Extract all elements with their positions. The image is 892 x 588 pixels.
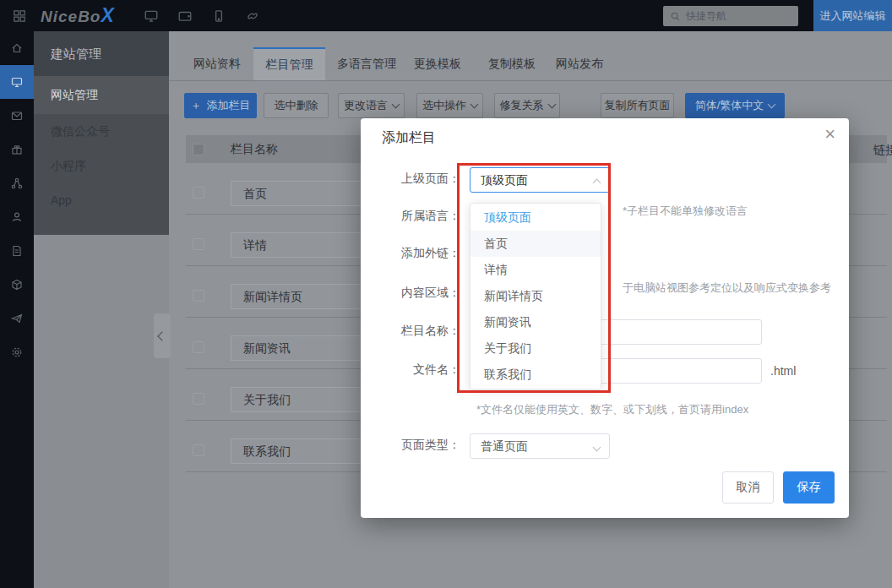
rail-item-users[interactable] xyxy=(0,200,34,234)
monitor-icon xyxy=(10,75,24,89)
row-checkbox[interactable] xyxy=(193,393,204,405)
page-type-label: 页面类型： xyxy=(361,438,460,453)
cancel-button[interactable]: 取消 xyxy=(722,471,774,504)
copy-all-pages-button[interactable]: 复制所有页面 xyxy=(601,93,674,118)
mail-icon xyxy=(10,109,24,122)
app-logo: NiceBoX xyxy=(41,4,115,27)
cube-icon xyxy=(10,278,24,291)
dropdown-option[interactable]: 新闻资讯 xyxy=(470,309,601,335)
row-checkbox[interactable] xyxy=(193,444,204,456)
topbar: NiceBoX 快捷导航 进入网站编辑 xyxy=(0,0,892,31)
home-icon xyxy=(10,41,24,55)
close-icon[interactable]: × xyxy=(824,125,835,144)
dropdown-option[interactable]: 顶级页面 xyxy=(470,204,601,231)
content-area-label: 内容区域： xyxy=(361,286,460,301)
enter-site-edit-button[interactable]: 进入网站编辑 xyxy=(813,0,892,31)
document-icon xyxy=(10,244,24,258)
chevron-down-icon xyxy=(470,101,479,109)
add-column-button[interactable]: ＋ 添加栏目 xyxy=(184,93,257,118)
tab-site-publish[interactable]: 网站发布 xyxy=(556,57,603,72)
rail-item-distribution[interactable] xyxy=(0,166,34,200)
rail-item-marketing[interactable] xyxy=(0,302,34,335)
file-suffix: .html xyxy=(770,364,796,378)
delete-selected-button[interactable]: 选中删除 xyxy=(264,93,329,118)
page-type-select[interactable]: 普通页面 xyxy=(470,433,610,459)
chevron-down-icon xyxy=(593,444,601,452)
grid-icon[interactable] xyxy=(12,8,27,24)
selected-actions-button[interactable]: 选中操作 xyxy=(416,93,483,118)
tab-change-template[interactable]: 更换模板 xyxy=(414,57,461,72)
language-switch-button[interactable]: 简体/繁体中文 xyxy=(685,93,785,118)
tab-copy-template[interactable]: 复制模板 xyxy=(488,57,536,72)
parent-page-dropdown: 顶级页面 首页 详情 新闻详情页 新闻资讯 关于我们 联系我们 xyxy=(470,203,601,389)
phone-icon[interactable] xyxy=(211,8,226,24)
file-name-note: *文件名仅能使用英文、数字、或下划线，首页请用index xyxy=(476,402,748,417)
rail-item-home[interactable] xyxy=(0,31,34,65)
language-label: 所属语言： xyxy=(361,209,460,224)
add-column-dialog: 添加栏目 × 上级页面： 所属语言： 添加外链： 内容区域： 栏目名称： 文件名… xyxy=(361,118,849,518)
change-language-button[interactable]: 更改语言 xyxy=(338,93,405,118)
sidebar: 建站管理 网站管理 微信公众号 小程序 App xyxy=(34,31,169,588)
row-checkbox[interactable] xyxy=(193,238,204,250)
search-input[interactable]: 快捷导航 xyxy=(663,6,798,26)
sidebar-collapse-button[interactable] xyxy=(154,313,171,358)
plane-icon xyxy=(10,312,24,325)
chevron-down-icon xyxy=(547,101,556,109)
file-name-label: 文件名： xyxy=(361,362,460,378)
share-icon xyxy=(10,177,24,190)
parent-page-select[interactable]: 顶级页面 xyxy=(470,167,610,193)
user-icon xyxy=(10,210,24,224)
save-button[interactable]: 保存 xyxy=(783,471,835,504)
dropdown-option[interactable]: 新闻详情页 xyxy=(470,283,601,309)
tab-column-manage[interactable]: 栏目管理 xyxy=(253,47,325,80)
dropdown-option[interactable]: 首页 xyxy=(470,231,601,257)
search-icon xyxy=(670,11,681,22)
chevron-down-icon xyxy=(392,101,400,109)
chevron-left-icon xyxy=(157,331,166,340)
external-link-label: 添加外链： xyxy=(361,246,460,261)
link-icon[interactable] xyxy=(245,8,260,24)
icon-rail xyxy=(0,31,34,588)
rail-item-documents[interactable] xyxy=(0,234,34,268)
rail-item-wechat[interactable] xyxy=(0,99,34,133)
fix-relations-button[interactable]: 修复关系 xyxy=(494,93,560,118)
sidebar-item-app[interactable]: App xyxy=(34,183,169,218)
dropdown-option[interactable]: 详情 xyxy=(470,257,601,283)
chevron-up-icon xyxy=(593,179,601,188)
gift-icon xyxy=(10,143,24,156)
sidebar-item-miniprogram[interactable]: 小程序 xyxy=(34,149,169,183)
chevron-down-icon xyxy=(768,101,776,109)
gear-icon xyxy=(10,346,24,359)
row-checkbox[interactable] xyxy=(193,187,204,199)
tab-site-info[interactable]: 网站资料 xyxy=(193,57,241,72)
link-column-header: 链接 xyxy=(873,143,892,158)
content-area-note: 于电脑站视图参考定位以及响应式变换参考 xyxy=(623,280,831,296)
monitor-icon[interactable] xyxy=(144,8,159,24)
row-checkbox[interactable] xyxy=(193,290,204,302)
rail-item-miniprogram[interactable] xyxy=(0,133,34,166)
select-all-checkbox[interactable] xyxy=(193,144,204,155)
language-note: *子栏目不能单独修改语言 xyxy=(623,204,748,219)
search-placeholder: 快捷导航 xyxy=(686,9,726,24)
tab-strip: 网站资料 栏目管理 多语言管理 更换模板 复制模板 网站发布 xyxy=(169,47,892,81)
rail-item-website[interactable] xyxy=(0,65,34,99)
parent-page-label: 上级页面： xyxy=(361,172,460,187)
sidebar-item-wechat-official[interactable]: 微信公众号 xyxy=(34,114,169,149)
row-checkbox[interactable] xyxy=(193,341,204,353)
rail-item-products[interactable] xyxy=(0,268,34,302)
tab-multilanguage[interactable]: 多语言管理 xyxy=(337,57,396,72)
rail-item-settings[interactable] xyxy=(0,335,34,369)
sidebar-header: 建站管理 xyxy=(34,31,169,76)
column-name-header: 栏目名称 xyxy=(231,142,278,157)
dropdown-option[interactable]: 联系我们 xyxy=(470,362,601,388)
sidebar-item-website-manage[interactable]: 网站管理 xyxy=(34,76,169,114)
dialog-title: 添加栏目 xyxy=(382,129,436,147)
dropdown-option[interactable]: 关于我们 xyxy=(470,335,601,362)
tablet-icon[interactable] xyxy=(177,8,193,24)
plus-icon: ＋ xyxy=(191,98,202,113)
column-name-label: 栏目名称： xyxy=(361,324,460,339)
